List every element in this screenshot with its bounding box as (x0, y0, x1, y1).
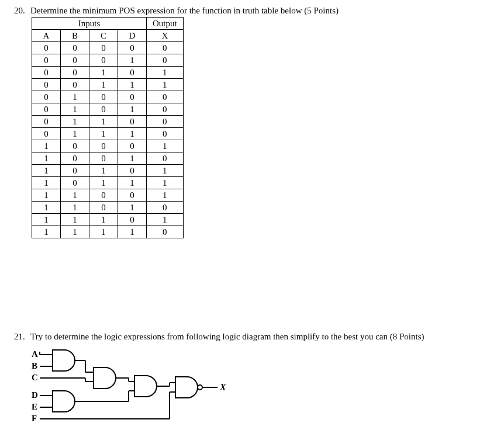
table-cell: 0 (61, 79, 89, 91)
table-cell: 0 (118, 116, 147, 128)
table-cell: 0 (147, 128, 184, 140)
col-D: D (118, 30, 147, 42)
table-cell: 0 (147, 42, 184, 54)
table-cell: 1 (89, 165, 118, 177)
logic-diagram-svg: A B C D E F (32, 348, 242, 429)
table-cell: 1 (89, 79, 118, 91)
and-gate-g2 (53, 391, 75, 412)
table-row: 00010 (32, 54, 184, 67)
table-cell: 1 (118, 128, 147, 140)
label-A: A (32, 349, 38, 359)
table-cell: 0 (61, 67, 89, 79)
table-cell: 0 (118, 165, 147, 177)
table-cell: 0 (32, 116, 61, 128)
group-header-row: Inputs Output (32, 18, 184, 30)
q20-prompt: 20. Determine the minimum POS expression… (14, 6, 490, 16)
table-cell: 0 (89, 140, 118, 152)
table-row: 00111 (32, 79, 184, 91)
table-cell: 0 (32, 42, 61, 54)
table-cell: 0 (89, 189, 118, 202)
table-cell: 1 (118, 152, 147, 165)
table-cell: 0 (118, 42, 147, 54)
table-cell: 1 (32, 226, 61, 238)
table-cell: 1 (61, 214, 89, 226)
spacer (14, 262, 490, 332)
truth-table: Inputs Output A B C D X 0000000010001010… (32, 17, 184, 238)
label-C: C (32, 373, 38, 382)
table-cell: 1 (89, 116, 118, 128)
table-cell: 1 (89, 226, 118, 238)
table-cell: 0 (61, 152, 89, 165)
table-cell: 1 (32, 165, 61, 177)
label-B: B (32, 361, 37, 370)
table-row: 11110 (32, 226, 184, 238)
table-row: 11101 (32, 214, 184, 226)
col-B: B (61, 30, 89, 42)
table-cell: 1 (32, 214, 61, 226)
table-row: 01110 (32, 128, 184, 140)
table-cell: 0 (147, 91, 184, 103)
table-row: 10111 (32, 177, 184, 189)
label-D: D (32, 390, 38, 400)
table-cell: 0 (61, 42, 89, 54)
logic-diagram: A B C D E F (32, 348, 490, 432)
table-cell: 0 (147, 116, 184, 128)
table-cell: 0 (32, 91, 61, 103)
table-cell: 1 (32, 189, 61, 202)
table-cell: 0 (61, 140, 89, 152)
table-row: 10010 (32, 152, 184, 165)
col-A: A (32, 30, 61, 42)
table-cell: 0 (89, 91, 118, 103)
q21-prompt: 21. Try to determine the logic expressio… (14, 332, 490, 342)
table-cell: 1 (89, 177, 118, 189)
table-cell: 0 (32, 67, 61, 79)
table-cell: 0 (147, 152, 184, 165)
table-cell: 0 (32, 103, 61, 116)
table-cell: 1 (32, 202, 61, 214)
table-cell: 1 (61, 128, 89, 140)
table-row: 00000 (32, 42, 184, 54)
table-cell: 1 (147, 214, 184, 226)
table-cell: 1 (32, 152, 61, 165)
table-cell: 0 (89, 42, 118, 54)
table-cell: 0 (118, 140, 147, 152)
table-cell: 1 (118, 226, 147, 238)
nand-bubble (198, 385, 202, 390)
table-cell: 1 (61, 202, 89, 214)
table-cell: 0 (89, 152, 118, 165)
table-row: 01010 (32, 103, 184, 116)
q21-text: Try to determine the logic expressions f… (30, 332, 424, 342)
table-row: 00101 (32, 67, 184, 79)
table-cell: 1 (147, 165, 184, 177)
q20-number: 20. (14, 6, 27, 16)
table-cell: 1 (32, 140, 61, 152)
col-header-row: A B C D X (32, 30, 184, 42)
label-X: X (219, 382, 226, 392)
table-cell: 0 (147, 226, 184, 238)
table-cell: 0 (118, 214, 147, 226)
table-cell: 1 (32, 177, 61, 189)
table-cell: 0 (32, 128, 61, 140)
table-cell: 1 (118, 202, 147, 214)
table-cell: 1 (89, 128, 118, 140)
table-cell: 0 (118, 91, 147, 103)
truth-table-body: 0000000010001010011101000010100110001110… (32, 42, 184, 238)
q20-text: Determine the minimum POS expression for… (30, 6, 339, 16)
table-cell: 0 (61, 54, 89, 67)
and-gate-g3 (94, 367, 116, 389)
table-cell: 1 (147, 189, 184, 202)
question-20: 20. Determine the minimum POS expression… (14, 6, 490, 238)
table-cell: 1 (118, 103, 147, 116)
table-cell: 1 (89, 67, 118, 79)
table-cell: 0 (89, 54, 118, 67)
table-cell: 0 (147, 103, 184, 116)
table-cell: 0 (61, 177, 89, 189)
table-cell: 1 (147, 177, 184, 189)
table-cell: 0 (147, 202, 184, 214)
q21-number: 21. (14, 332, 27, 342)
table-row: 11010 (32, 202, 184, 214)
table-cell: 1 (147, 140, 184, 152)
question-21: 21. Try to determine the logic expressio… (14, 332, 490, 432)
table-cell: 1 (61, 116, 89, 128)
table-cell: 1 (61, 91, 89, 103)
